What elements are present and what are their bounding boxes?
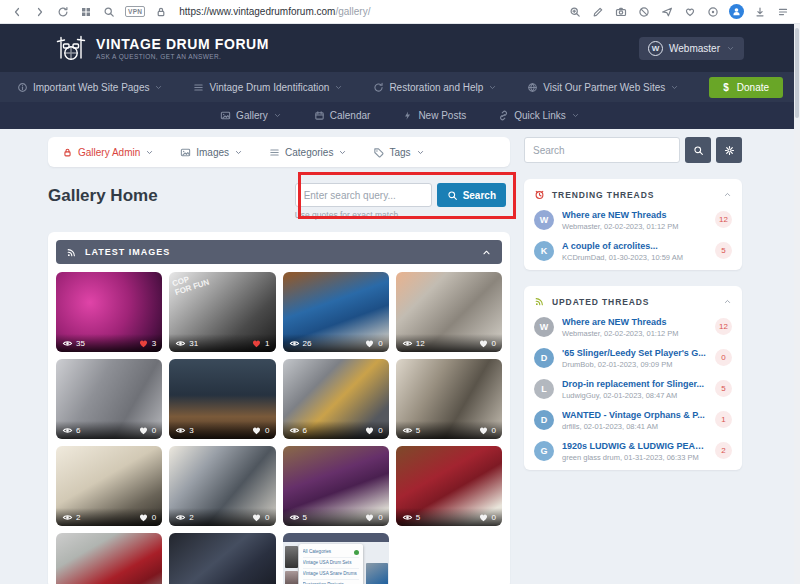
likes-stat[interactable]: 0 [478,512,496,523]
category-menu-item[interactable]: Vintage USA Snare Drums [303,569,359,580]
browser-reload-icon[interactable] [56,5,70,19]
ssl-lock-icon[interactable] [154,5,168,19]
heart-icon[interactable] [478,512,489,523]
nav-item[interactable]: Restoration and Help [373,82,497,93]
gallery-thumbnail[interactable]: 35 3 [56,272,162,352]
heart-icon[interactable] [478,425,489,436]
heart-icon[interactable] [251,512,262,523]
updated-threads-header[interactable]: UPDATED THREADS [534,296,732,307]
thread-list-item[interactable]: L Drop-in replacement for Slinger... Lud… [534,379,732,400]
sidebar-panels-icon[interactable] [776,5,790,19]
gallery-thumbnail[interactable]: 2 0 [56,446,162,526]
thread-list-item[interactable]: D WANTED - Vintage Orphans & P... drfill… [534,410,732,431]
browser-forward-icon[interactable] [33,5,47,19]
browser-tabs-icon[interactable] [79,5,93,19]
scrollbar-thumb[interactable] [795,28,799,118]
gallery-thumbnail[interactable]: 5 0 [396,446,502,526]
admin-bar-item[interactable]: Images [180,147,243,158]
likes-stat[interactable]: 0 [364,338,382,349]
thread-title-link[interactable]: WANTED - Vintage Orphans & P... [562,410,707,420]
heart-icon[interactable] [138,512,149,523]
thread-title-link[interactable]: A couple of acrolites... [562,241,707,251]
thread-title-link[interactable]: '65 Slinger/Leedy Set Player's G... [562,348,707,358]
vpn-badge[interactable]: VPN [125,6,145,17]
browser-back-icon[interactable] [10,5,24,19]
nav-item[interactable]: Visit Our Partner Web Sites [527,82,679,93]
thread-list-item[interactable]: D '65 Slinger/Leedy Set Player's G... Dr… [534,348,732,369]
user-menu[interactable]: W Webmaster [639,37,744,60]
likes-stat[interactable]: 0 [251,512,269,523]
gallery-thumbnail[interactable]: 6 0 [283,359,389,439]
sidebar-settings-button[interactable] [716,137,742,163]
likes-stat[interactable]: 0 [251,425,269,436]
likes-stat[interactable]: 0 [138,512,156,523]
thread-title-link[interactable]: 1920s LUDWIG & LUDWIG PEAC... [562,441,707,451]
thread-title-link[interactable]: Where are NEW Threads [562,317,707,327]
gallery-thumbnail[interactable]: 3 0 [169,359,275,439]
extensions-icon[interactable] [706,5,720,19]
gallery-thumbnail[interactable] [56,533,162,584]
admin-bar-item[interactable]: Gallery Admin [62,147,154,158]
nav-item[interactable]: Important Web Site Pages [17,82,164,93]
address-bar[interactable]: https://www.vintagedrumforum.com/gallery… [179,6,370,17]
edit-page-icon[interactable] [591,5,605,19]
likes-stat[interactable]: 0 [364,512,382,523]
nav-item[interactable]: Quick Links [498,110,580,121]
gallery-thumbnail[interactable]: COP FOR FUN 31 1 [169,272,275,352]
gallery-thumbnail[interactable]: 26 0 [283,272,389,352]
nav-item[interactable]: New Posts [402,110,466,121]
screenshot-icon[interactable] [614,5,628,19]
gallery-search-button[interactable]: Search [437,183,506,207]
category-menu-item[interactable]: Vintage USA Drum Sets [303,558,359,569]
thread-list-item[interactable]: W Where are NEW Threads Webmaster, 02-02… [534,210,732,231]
trending-threads-header[interactable]: TRENDING THREADS [534,189,732,200]
gallery-search-input[interactable] [295,183,432,207]
likes-stat[interactable]: 1 [251,338,269,349]
gallery-thumbnail[interactable]: All CategoriesVintage USA Drum SetsVinta… [283,533,389,584]
gallery-thumbnail[interactable] [169,533,275,584]
admin-bar-item[interactable]: Categories [269,147,347,158]
heart-icon[interactable] [364,512,375,523]
category-dropdown-menu[interactable]: All CategoriesVintage USA Drum SetsVinta… [299,544,363,584]
heart-icon[interactable] [251,425,262,436]
gallery-thumbnail[interactable]: 12 0 [396,272,502,352]
heart-icon[interactable] [138,425,149,436]
donate-button[interactable]: $ Donate [709,77,783,98]
blocker-icon[interactable] [637,5,651,19]
collapse-chevron-icon[interactable] [723,297,732,306]
category-menu-item[interactable]: All Categories [303,547,359,558]
gallery-thumbnail[interactable]: 5 0 [396,359,502,439]
likes-stat[interactable]: 0 [138,425,156,436]
url-search-icon[interactable] [102,5,116,19]
bookmarks-heart-icon[interactable] [683,5,697,19]
thread-title-link[interactable]: Drop-in replacement for Slinger... [562,379,707,389]
share-icon[interactable] [660,5,674,19]
likes-stat[interactable]: 0 [478,338,496,349]
gallery-thumbnail[interactable]: 2 0 [169,446,275,526]
nav-item[interactable]: Vintage Drum Identification [193,82,343,93]
heart-icon[interactable] [478,338,489,349]
likes-stat[interactable]: 3 [138,338,156,349]
admin-bar-item[interactable]: Tags [373,147,424,158]
category-menu-item[interactable]: Restoration Projects [303,580,359,584]
downloads-icon[interactable] [753,5,767,19]
sidebar-search-input[interactable] [524,137,680,163]
collapse-chevron-icon[interactable] [481,247,492,258]
thread-list-item[interactable]: W Where are NEW Threads Webmaster, 02-02… [534,317,732,338]
thread-list-item[interactable]: K A couple of acrolites... KCDrumDad, 01… [534,241,732,262]
collapse-chevron-icon[interactable] [723,190,732,199]
likes-stat[interactable]: 0 [364,425,382,436]
site-logo[interactable]: VINTAGE DRUM FORUM ASK A QUESTION, GET A… [56,35,269,62]
heart-icon[interactable] [364,425,375,436]
latest-images-header[interactable]: LATEST IMAGES [56,240,502,264]
nav-item[interactable]: Calendar [314,110,371,121]
heart-icon[interactable] [138,338,149,349]
sidebar-search-button[interactable] [685,137,711,163]
heart-icon[interactable] [251,338,262,349]
heart-icon[interactable] [364,338,375,349]
browser-profile-avatar[interactable] [729,4,744,19]
likes-stat[interactable]: 0 [478,425,496,436]
zoom-icon[interactable] [568,5,582,19]
gallery-thumbnail[interactable]: 6 0 [56,359,162,439]
gallery-thumbnail[interactable]: 5 0 [283,446,389,526]
